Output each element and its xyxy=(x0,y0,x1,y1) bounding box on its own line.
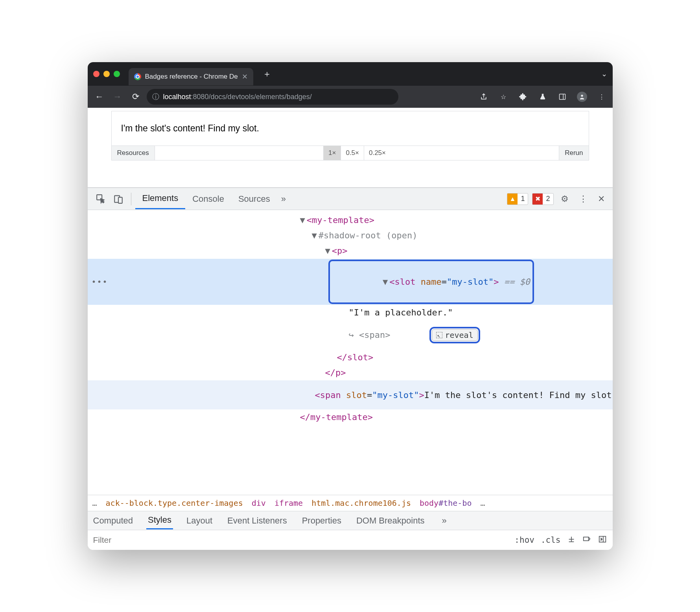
window-titlebar: Badges reference - Chrome De ✕ ＋ ⌄ xyxy=(88,62,613,86)
row-overflow-icon[interactable]: ••• xyxy=(92,275,108,288)
styles-filter-row: :hov .cls xyxy=(88,530,613,550)
maximize-window-icon[interactable] xyxy=(114,71,120,77)
dom-breadcrumb[interactable]: … ack--block.type.center-images div ifra… xyxy=(88,495,613,511)
tab-close-icon[interactable]: ✕ xyxy=(242,72,248,81)
site-info-icon[interactable]: ⓘ xyxy=(152,92,159,101)
devtools-close-icon[interactable]: ✕ xyxy=(595,194,608,204)
address-bar[interactable]: ⓘ localhost:8080/docs/devtools/elements/… xyxy=(147,89,398,105)
styles-filter-input[interactable] xyxy=(93,535,508,545)
errors-badge[interactable]: ✖2 xyxy=(532,193,553,205)
dom-tree[interactable]: ▼<my-template> ▼#shadow-root (open) ▼<p>… xyxy=(88,210,613,495)
browser-window: Badges reference - Chrome De ✕ ＋ ⌄ ← → ⟳… xyxy=(88,62,613,550)
tab-title: Badges reference - Chrome De xyxy=(145,73,238,81)
minimize-window-icon[interactable] xyxy=(103,71,110,77)
devtools-menu-icon[interactable]: ⋮ xyxy=(576,194,591,204)
crumb-4[interactable]: html.mac.chrome106.js xyxy=(311,498,411,508)
page-viewport: I'm the slot's content! Find my slot. Re… xyxy=(88,108,613,188)
tab-sources[interactable]: Sources xyxy=(231,189,277,209)
devtools-tabbar: Elements Console Sources » ▲1 ✖2 ⚙ ⋮ ✕ xyxy=(88,188,613,210)
reload-button[interactable]: ⟳ xyxy=(129,90,143,104)
extensions-icon[interactable] xyxy=(517,90,529,103)
resources-button[interactable]: Resources xyxy=(112,146,155,160)
toggle-sidebar-icon[interactable] xyxy=(598,535,607,546)
profile-avatar-icon[interactable] xyxy=(576,90,588,103)
inspect-element-icon[interactable] xyxy=(92,190,110,208)
svg-rect-5 xyxy=(118,197,122,203)
zoom-1x[interactable]: 1× xyxy=(323,146,341,160)
crumb-ellipsis-left[interactable]: … xyxy=(92,498,97,508)
crumb-1[interactable]: ack--block.type.center-images xyxy=(106,498,243,508)
dom-slot-close[interactable]: </slot> xyxy=(337,350,374,364)
demo-controls: Resources 1× 0.5× 0.25× Rerun xyxy=(112,146,589,160)
side-panel-icon[interactable] xyxy=(556,90,569,103)
url-port: :8080 xyxy=(191,93,209,101)
close-window-icon[interactable] xyxy=(93,71,99,77)
tab-properties[interactable]: Properties xyxy=(300,512,343,529)
zoom-025x[interactable]: 0.25× xyxy=(364,146,391,160)
reveal-badge[interactable]: reveal xyxy=(432,329,477,341)
new-style-rule-icon[interactable] xyxy=(567,535,576,546)
svg-rect-9 xyxy=(583,537,588,540)
tabs-overflow-icon[interactable]: » xyxy=(277,194,290,204)
warnings-badge[interactable]: ▲1 xyxy=(507,193,528,205)
tab-event-listeners[interactable]: Event Listeners xyxy=(226,512,289,529)
dom-p-close[interactable]: </p> xyxy=(325,366,346,380)
hover-toggle[interactable]: :hov xyxy=(514,535,534,545)
toolbar-icons: ☆ ⋮ xyxy=(477,90,608,103)
browser-tab[interactable]: Badges reference - Chrome De ✕ xyxy=(129,68,253,85)
settings-gear-icon[interactable]: ⚙ xyxy=(558,194,572,204)
tab-console[interactable]: Console xyxy=(185,189,231,209)
forward-button[interactable]: → xyxy=(111,90,125,104)
svg-point-2 xyxy=(581,95,583,97)
format-icon[interactable] xyxy=(582,535,591,546)
crumb-2[interactable]: div xyxy=(252,498,266,508)
chrome-favicon-icon xyxy=(134,73,141,80)
dom-my-template-open[interactable]: <my-template> xyxy=(307,213,374,227)
dom-span-ref[interactable]: ↪ <span> xyxy=(349,328,391,342)
dom-my-template-close[interactable]: </my-template> xyxy=(300,410,373,424)
svg-rect-0 xyxy=(559,94,565,100)
dom-p-open[interactable]: <p> xyxy=(332,244,348,258)
tabs-dropdown-icon[interactable]: ⌄ xyxy=(601,70,607,78)
eq0-indicator: == $0 xyxy=(499,277,530,287)
back-button[interactable]: ← xyxy=(92,90,107,104)
share-icon[interactable] xyxy=(477,90,490,103)
tab-layout[interactable]: Layout xyxy=(185,512,214,529)
crumb-5[interactable]: body#the-bo xyxy=(420,498,472,508)
dom-span-row[interactable]: <span slot="my-slot">I'm the slot's cont… xyxy=(88,380,613,409)
url-host: localhost xyxy=(163,93,191,101)
url-path: /docs/devtools/elements/badges/ xyxy=(209,93,312,101)
styles-tabs-overflow-icon[interactable]: » xyxy=(438,516,451,526)
traffic-lights xyxy=(93,71,120,77)
dom-placeholder-text[interactable]: "I'm a placeholder." xyxy=(349,306,453,319)
device-toggle-icon[interactable] xyxy=(110,190,127,208)
crumb-3[interactable]: iframe xyxy=(274,498,303,508)
page-content-text: I'm the slot's content! Find my slot. xyxy=(112,111,589,146)
browser-menu-icon[interactable]: ⋮ xyxy=(595,90,608,103)
rerun-button[interactable]: Rerun xyxy=(559,146,588,160)
devtools-panel: Elements Console Sources » ▲1 ✖2 ⚙ ⋮ ✕ ▼… xyxy=(88,188,613,550)
dom-selected-row[interactable]: ••• ▼<slot name="my-slot"> == $0 xyxy=(88,259,613,305)
tab-styles[interactable]: Styles xyxy=(146,512,173,529)
tab-dom-breakpoints[interactable]: DOM Breakpoints xyxy=(355,512,426,529)
zoom-05x[interactable]: 0.5× xyxy=(341,146,364,160)
new-tab-button[interactable]: ＋ xyxy=(259,66,275,82)
crumb-ellipsis-right[interactable]: … xyxy=(480,498,485,508)
cls-toggle[interactable]: .cls xyxy=(541,535,561,545)
labs-flask-icon[interactable] xyxy=(536,90,549,103)
tab-computed[interactable]: Computed xyxy=(92,512,135,529)
bookmark-star-icon[interactable]: ☆ xyxy=(497,90,510,103)
styles-pane-tabs: Computed Styles Layout Event Listeners P… xyxy=(88,511,613,530)
tab-elements[interactable]: Elements xyxy=(135,188,186,209)
browser-toolbar: ← → ⟳ ⓘ localhost:8080/docs/devtools/ele… xyxy=(88,86,613,108)
reveal-arrow-icon xyxy=(436,332,442,338)
dom-shadow-root[interactable]: #shadow-root (open) xyxy=(319,229,418,242)
